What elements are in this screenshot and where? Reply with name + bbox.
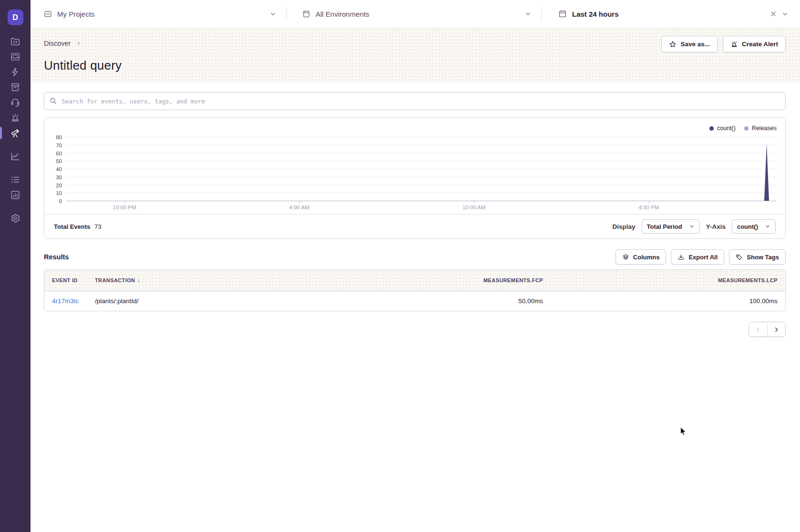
table-body: 4r17m3tc/plants/:plantId/50.00ms100.00ms: [44, 291, 785, 311]
x-tick-label: 4:00 AM: [289, 205, 309, 210]
line-chart-icon: [10, 151, 21, 162]
org-avatar[interactable]: D: [8, 10, 23, 25]
gridline-20: 20: [66, 185, 777, 185]
export-all-button[interactable]: Export All: [671, 249, 724, 265]
save-as-label: Save as...: [680, 41, 710, 48]
column-header-measurements-lcp[interactable]: MEASUREMENTS.LCP: [551, 270, 785, 291]
search-icon: [49, 97, 57, 105]
column-header-transaction[interactable]: TRANSACTION↓: [87, 270, 322, 291]
legend-label: Releases: [752, 125, 777, 132]
legend-dot: [744, 126, 749, 131]
app-window: D: [0, 0, 800, 532]
total-events-label: Total Events: [54, 223, 90, 230]
chevron-down-icon: [689, 224, 695, 229]
show-tags-label: Show Tags: [747, 254, 779, 261]
folder-code-icon: [44, 10, 52, 18]
search-input[interactable]: [44, 92, 786, 110]
tag-icon: [736, 254, 743, 261]
project-filter-label: My Projects: [57, 10, 94, 18]
previous-page-button[interactable]: [749, 322, 767, 337]
clear-date-icon[interactable]: [770, 10, 777, 17]
gridline-30: 30: [66, 177, 777, 177]
sidebar-item-settings[interactable]: [0, 211, 31, 226]
sidebar-item-dashboards[interactable]: [0, 149, 31, 164]
page-filter-bar: My Projects All Environments Last 24 hou…: [31, 0, 800, 28]
export-all-label: Export All: [688, 254, 718, 261]
download-icon: [677, 254, 685, 261]
sort-descending-icon: ↓: [137, 277, 140, 284]
gridline-50: 50: [66, 161, 777, 161]
column-header-event-id[interactable]: EVENT ID: [44, 270, 87, 291]
sidebar-item-issues[interactable]: [0, 49, 31, 64]
y-tick-label: 60: [56, 151, 62, 156]
cell-event-id: 4r17m3tc: [44, 291, 87, 311]
sidebar-item-stats[interactable]: [0, 187, 31, 203]
chevron-down-icon: [524, 10, 532, 18]
results-heading: Results: [44, 253, 69, 261]
legend-item-Releases[interactable]: Releases: [744, 124, 777, 132]
page-title: Untitled query: [44, 58, 786, 73]
chevron-right-icon: [75, 40, 82, 47]
total-events-value: 73: [94, 223, 101, 230]
cell-transaction: /plants/:plantId/: [87, 291, 322, 311]
events-chart-panel: count()Releases 80706050403020100 10:00 …: [44, 117, 786, 239]
gridline-60: 60: [66, 153, 777, 153]
y-tick-label: 10: [56, 190, 62, 196]
yaxis-label: Y-Axis: [706, 223, 726, 230]
sidebar-item-user-feedback[interactable]: [0, 95, 31, 110]
date-range-dropdown[interactable]: Last 24 hours: [541, 0, 800, 28]
chevron-down-icon: [269, 10, 277, 18]
table-header-row: EVENT IDTRANSACTION↓MEASUREMENTS.FCPMEAS…: [44, 270, 785, 291]
gear-icon: [10, 213, 21, 224]
support-icon: [10, 97, 21, 108]
environment-filter-dropdown[interactable]: All Environments: [286, 0, 541, 28]
sidebar-item-releases[interactable]: [0, 80, 31, 95]
show-tags-button[interactable]: Show Tags: [729, 249, 786, 265]
y-tick-label: 30: [56, 174, 62, 180]
star-icon: [669, 41, 677, 48]
project-filter-dropdown[interactable]: My Projects: [31, 0, 286, 28]
legend-label: count(): [717, 125, 736, 132]
cell-measurements-lcp: 100.00ms: [551, 291, 785, 311]
next-page-button[interactable]: [767, 322, 785, 337]
breadcrumb[interactable]: Discover: [44, 40, 71, 47]
save-as-button[interactable]: Save as...: [661, 36, 718, 52]
gridline-10: 10: [66, 193, 777, 193]
chart-legend: count()Releases: [44, 118, 785, 132]
legend-dot: [709, 126, 714, 131]
search-bar: [44, 92, 786, 110]
columns-button[interactable]: Columns: [615, 249, 667, 265]
results-table: EVENT IDTRANSACTION↓MEASUREMENTS.FCPMEAS…: [44, 269, 786, 311]
results-header: Results Columns Export All Show Tags: [44, 249, 786, 265]
date-range-label: Last 24 hours: [572, 10, 619, 18]
siren-icon: [730, 41, 738, 48]
display-select[interactable]: Total Period: [642, 219, 700, 234]
legend-item-count[interactable]: count(): [709, 124, 736, 132]
chart-x-axis: 10:00 PM4:00 AM10:00 AM4:00 PM: [66, 201, 777, 214]
projects-icon: [10, 36, 21, 47]
layers-icon: [622, 254, 629, 261]
yaxis-select[interactable]: count(): [732, 219, 776, 234]
sidebar-item-alerts[interactable]: [0, 110, 31, 125]
column-header-measurements-fcp[interactable]: MEASUREMENTS.FCP: [322, 270, 551, 291]
create-alert-button[interactable]: Create Alert: [723, 36, 786, 52]
y-tick-label: 70: [56, 143, 62, 148]
lightning-icon: [10, 67, 21, 77]
list-icon: [10, 174, 21, 185]
sidebar-item-projects[interactable]: [0, 34, 31, 49]
table-row: 4r17m3tc/plants/:plantId/50.00ms100.00ms: [44, 291, 785, 311]
calendar-icon: [558, 10, 567, 18]
y-tick-label: 40: [56, 166, 62, 172]
x-tick-label: 4:00 PM: [638, 205, 659, 210]
sidebar: D: [0, 0, 31, 532]
y-tick-label: 80: [56, 134, 62, 140]
create-alert-label: Create Alert: [742, 41, 778, 48]
sidebar-item-performance[interactable]: [0, 64, 31, 80]
y-tick-label: 0: [59, 198, 62, 204]
chart-plot-area[interactable]: 80706050403020100: [66, 137, 777, 201]
sidebar-item-monitors[interactable]: [0, 172, 31, 187]
x-tick-label: 10:00 AM: [462, 205, 486, 210]
sidebar-item-discover[interactable]: [0, 125, 31, 141]
pagination: [44, 322, 786, 337]
event-id-link[interactable]: 4r17m3tc: [52, 297, 79, 305]
